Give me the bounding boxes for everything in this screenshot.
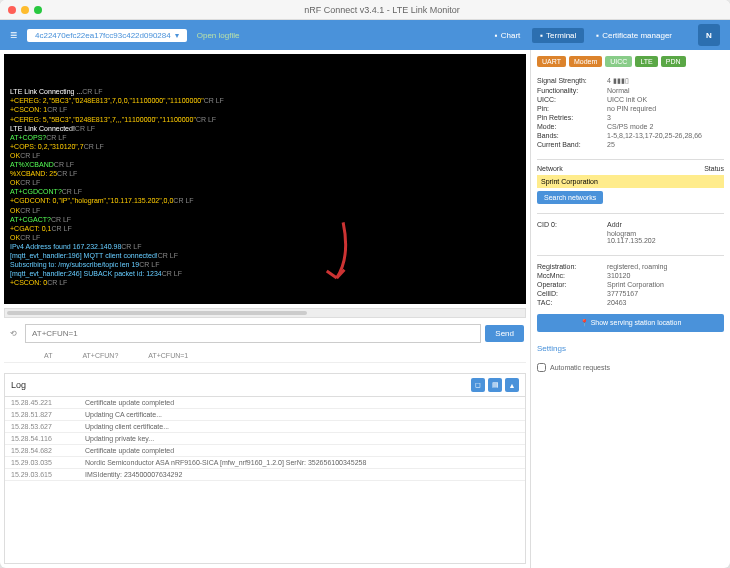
status-curband: Current Band:25 xyxy=(537,141,724,148)
status-section: Signal Strength:4 ▮▮▮▯Functionality:Norm… xyxy=(537,75,724,150)
log-rows: 15.28.45.221Certificate update completed… xyxy=(5,397,525,481)
network-name: Sprint Corporation xyxy=(537,175,724,188)
status-bands: Bands:1-5,8,12-13,17-20,25-26,28,66 xyxy=(537,132,724,139)
terminal-scrollbar[interactable] xyxy=(4,308,526,318)
reg-op: Operator:Sprint Corporation xyxy=(537,281,724,288)
auto-requests-checkbox[interactable]: Automatic requests xyxy=(537,363,724,372)
addr-label: Addr xyxy=(607,221,677,228)
log-action-3[interactable]: ▲ xyxy=(505,378,519,392)
status-badges: UARTModemUICCLTEPDN xyxy=(537,56,724,67)
status-func: Functionality:Normal xyxy=(537,87,724,94)
tab-terminal[interactable]: ▪ Terminal xyxy=(532,28,584,43)
max-dot[interactable] xyxy=(34,6,42,14)
status-pin: Pin:no PIN required xyxy=(537,105,724,112)
reg-mcc: MccMnc:310120 xyxy=(537,272,724,279)
log-row: 15.29.03.615IMSIdentity: 234500007634292 xyxy=(5,469,525,481)
history-item[interactable]: AT+CFUN? xyxy=(82,352,118,359)
command-input[interactable] xyxy=(25,324,481,343)
titlebar: nRF Connect v3.4.1 - LTE Link Monitor xyxy=(0,0,730,20)
location-button[interactable]: 📍 Show serving station location xyxy=(537,314,724,332)
log-row: 15.28.51.827Updating CA certificate... xyxy=(5,409,525,421)
main-body: LTE Link Connecting ...CR LF+CEREG: 2,"5… xyxy=(0,50,730,568)
min-dot[interactable] xyxy=(21,6,29,14)
command-history: ATAT+CFUN?AT+CFUN=1 xyxy=(4,349,526,363)
log-actions: ◻ ▤ ▲ xyxy=(471,378,519,392)
log-row: 15.29.03.035Nordic Semiconductor ASA nRF… xyxy=(5,457,525,469)
close-dot[interactable] xyxy=(8,6,16,14)
app-window: nRF Connect v3.4.1 - LTE Link Monitor ≡ … xyxy=(0,0,730,568)
log-action-1[interactable]: ◻ xyxy=(471,378,485,392)
log-label: Log xyxy=(11,380,26,390)
log-row: 15.28.54.116Updating private key... xyxy=(5,433,525,445)
reg-reg: Registration:registered, roaming xyxy=(537,263,724,270)
cid-section: CID 0:Addr hologram 10.117.135.202 xyxy=(537,213,724,246)
log-row: 15.28.54.682Certificate update completed xyxy=(5,445,525,457)
cid-addr: hologram 10.117.135.202 xyxy=(607,230,724,244)
menu-icon[interactable]: ≡ xyxy=(10,28,17,42)
status-mode: Mode:CS/PS mode 2 xyxy=(537,123,724,130)
badge-modem: Modem xyxy=(569,56,602,67)
cid-label: CID 0: xyxy=(537,221,607,228)
history-icon[interactable]: ⟲ xyxy=(6,329,21,338)
log-row: 15.28.45.221Certificate update completed xyxy=(5,397,525,409)
device-id: 4c22470efc22ea17fcc93c422d090284 xyxy=(35,31,171,40)
sidebar: UARTModemUICCLTEPDN Signal Strength:4 ▮▮… xyxy=(530,50,730,568)
badge-pdn: PDN xyxy=(661,56,686,67)
terminal-output[interactable]: LTE Link Connecting ...CR LF+CEREG: 2,"5… xyxy=(4,54,526,304)
reg-cell: CellID:37775167 xyxy=(537,290,724,297)
status-uicc: UICC:UICC init OK xyxy=(537,96,724,103)
open-logfile-link[interactable]: Open logfile xyxy=(197,31,240,40)
device-selector[interactable]: 4c22470efc22ea17fcc93c422d090284 ▾ xyxy=(27,29,187,42)
badge-uart: UART xyxy=(537,56,566,67)
registration-section: Registration:registered, roamingMccMnc:3… xyxy=(537,255,724,308)
send-button[interactable]: Send xyxy=(485,325,524,342)
view-tabs: ▪ Chart ▪ Terminal ▪ Certificate manager xyxy=(487,28,680,43)
log-row: 15.28.53.627Updating client certificate.… xyxy=(5,421,525,433)
log-header: Log ◻ ▤ ▲ xyxy=(5,374,525,397)
tab-chart[interactable]: ▪ Chart xyxy=(487,28,528,43)
history-item[interactable]: AT xyxy=(44,352,52,359)
command-row: ⟲ Send xyxy=(4,322,526,345)
status-retries: Pin Retries:3 xyxy=(537,114,724,121)
network-section: NetworkStatus Sprint Corporation Search … xyxy=(537,159,724,204)
network-label: Network xyxy=(537,165,563,172)
traffic-lights xyxy=(8,6,42,14)
window-title: nRF Connect v3.4.1 - LTE Link Monitor xyxy=(42,5,722,15)
toolbar: ≡ 4c22470efc22ea17fcc93c422d090284 ▾ Ope… xyxy=(0,20,730,50)
chevron-down-icon: ▾ xyxy=(175,31,179,40)
badge-lte: LTE xyxy=(635,56,657,67)
settings-label[interactable]: Settings xyxy=(537,344,724,353)
status-signal: Signal Strength:4 ▮▮▮▯ xyxy=(537,77,724,85)
badge-uicc: UICC xyxy=(605,56,632,67)
log-action-2[interactable]: ▤ xyxy=(488,378,502,392)
tab-certificate[interactable]: ▪ Certificate manager xyxy=(588,28,680,43)
log-panel: Log ◻ ▤ ▲ 15.28.45.221Certificate update… xyxy=(4,373,526,564)
reg-tac: TAC:20463 xyxy=(537,299,724,306)
history-item[interactable]: AT+CFUN=1 xyxy=(148,352,188,359)
nordic-logo: N xyxy=(698,24,720,46)
search-networks-button[interactable]: Search networks xyxy=(537,191,603,204)
network-status-label: Status xyxy=(704,165,724,172)
left-panel: LTE Link Connecting ...CR LF+CEREG: 2,"5… xyxy=(0,50,530,568)
